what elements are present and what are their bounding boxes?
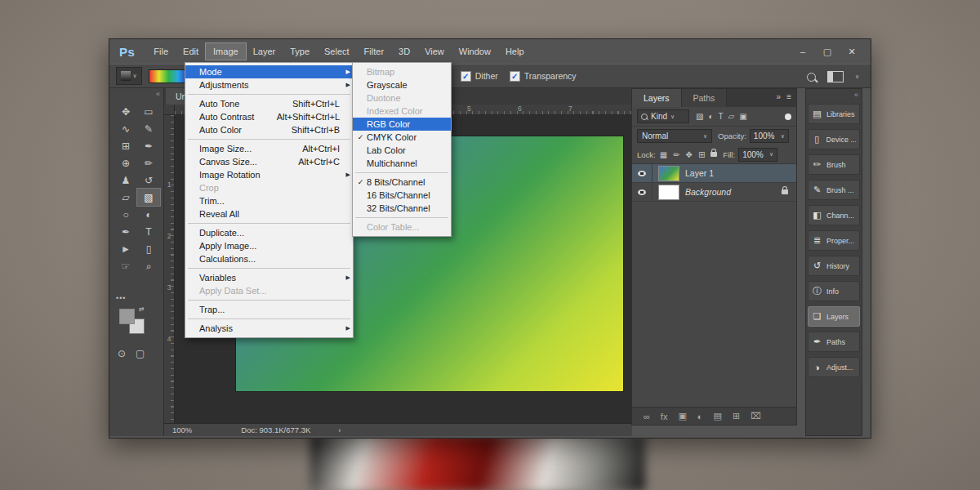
caret-down-icon[interactable]: ∨ <box>855 74 859 80</box>
menu-item[interactable]: CMYK Color <box>353 131 451 144</box>
marquee-tool[interactable]: ▭ <box>137 103 160 120</box>
menu-item[interactable]: Apply Image... <box>185 239 353 252</box>
filter-type-icon[interactable]: T <box>719 112 724 121</box>
workspace-panel-icon[interactable] <box>827 71 844 82</box>
gradient-tool[interactable]: ▧ <box>137 189 160 206</box>
menu-item[interactable]: Grayscale <box>353 78 451 91</box>
menubar-item[interactable]: Layer <box>246 43 283 60</box>
panel-tab[interactable]: Paths <box>682 89 728 107</box>
dock-paths-button[interactable]: ✒ Paths <box>808 332 860 352</box>
dock-layers-button[interactable]: ❏ Layers <box>808 306 860 327</box>
blur-tool[interactable]: ○ <box>114 206 137 223</box>
zoom-tool[interactable]: ⌕ <box>137 257 160 274</box>
menu-item[interactable]: Adjustments <box>185 78 353 91</box>
collapse-panel-icon[interactable]: « <box>156 90 160 98</box>
delete-layer-icon[interactable]: ⌧ <box>751 411 761 421</box>
pen-tool[interactable]: ✒ <box>114 223 137 240</box>
filter-pixel-icon[interactable]: ▨ <box>696 112 703 121</box>
minimize-button[interactable]: – <box>792 43 813 60</box>
eyedropper-tool[interactable]: ✒ <box>137 137 160 154</box>
visibility-toggle[interactable] <box>632 164 653 182</box>
menu-item[interactable]: 8 Bits/Channel <box>353 176 451 189</box>
menu-item[interactable]: Auto Color Shift+Ctrl+B <box>185 123 353 136</box>
menubar-item[interactable]: 3D <box>391 43 417 60</box>
menu-item[interactable] <box>188 94 350 95</box>
hand-tool[interactable]: ☞ <box>114 257 137 274</box>
menubar-item[interactable]: Window <box>452 43 498 60</box>
dodge-tool[interactable]: ◐ <box>137 206 160 223</box>
filter-kind-dropdown[interactable]: Kind ∨ <box>637 109 689 123</box>
layer-name[interactable]: Background <box>685 187 731 197</box>
menu-item[interactable]: Image Rotation <box>185 168 353 181</box>
lock-transparency-icon[interactable]: ▦ <box>660 150 667 159</box>
dock-brush-settings-button[interactable]: ✎ Brush ... <box>808 180 860 200</box>
dock-brush-button[interactable]: ✏ Brush <box>808 154 860 175</box>
quick-mask-icon[interactable]: ⊙ <box>118 348 126 359</box>
tool-preset-picker[interactable]: ∨ <box>116 67 142 85</box>
menu-item[interactable]: Crop <box>185 181 353 194</box>
path-selection-tool[interactable]: ► <box>114 240 137 257</box>
menu-item[interactable] <box>188 268 350 269</box>
filter-smart-icon[interactable]: ▣ <box>739 112 746 121</box>
menu-item[interactable]: Color Table... <box>353 220 451 234</box>
close-button[interactable]: ✕ <box>841 43 862 60</box>
menu-item[interactable]: Lab Color <box>353 144 451 157</box>
blend-mode-dropdown[interactable]: Normal ∨ <box>637 129 712 143</box>
move-tool[interactable]: ✥ <box>114 103 137 120</box>
menubar-item[interactable]: Filter <box>357 43 391 60</box>
menu-item[interactable] <box>188 300 350 301</box>
menu-item[interactable] <box>188 139 350 140</box>
layer-opacity-dropdown[interactable]: 100% ∨ <box>750 129 789 143</box>
menubar-item[interactable]: Edit <box>176 43 206 60</box>
menu-item[interactable] <box>188 223 350 224</box>
collapse-dock-icon[interactable]: « <box>854 91 858 99</box>
layer-row-layer-1[interactable]: Layer 1 <box>632 164 796 183</box>
clone-stamp-tool[interactable]: ♟ <box>114 172 137 189</box>
quick-selection-tool[interactable]: ✎ <box>137 120 160 137</box>
new-layer-icon[interactable]: ⊞ <box>733 411 740 421</box>
panel-menu-icon[interactable]: ≡ <box>786 92 791 101</box>
dock-info-button[interactable]: ⓘ Info <box>808 281 860 301</box>
history-brush-tool[interactable]: ↺ <box>137 172 160 189</box>
menu-item[interactable]: 32 Bits/Channel <box>353 202 451 215</box>
menubar-item[interactable]: Select <box>317 43 357 60</box>
lock-paint-icon[interactable]: ✏ <box>673 150 679 159</box>
menu-item[interactable]: Duplicate... <box>185 226 353 239</box>
menu-item[interactable]: Duotone <box>353 91 451 105</box>
menu-item[interactable]: Analysis <box>185 322 353 335</box>
lock-all-icon[interactable] <box>710 152 717 157</box>
layer-thumbnail[interactable] <box>658 166 679 181</box>
status-chevron-icon[interactable]: › <box>338 426 341 434</box>
menu-item[interactable] <box>355 217 448 218</box>
menu-item[interactable]: Auto Contrast Alt+Shift+Ctrl+L <box>185 110 353 123</box>
menu-item[interactable]: Canvas Size... Alt+Ctrl+C <box>185 155 353 168</box>
brush-tool[interactable]: ✏ <box>137 154 160 172</box>
edit-toolbar-icon[interactable]: ••• <box>116 294 126 302</box>
menu-item[interactable]: Multichannel <box>353 157 451 170</box>
menu-item[interactable]: Reveal All <box>185 207 353 220</box>
menu-item[interactable]: RGB Color <box>353 118 451 131</box>
layer-name[interactable]: Layer 1 <box>685 168 714 178</box>
menubar-item[interactable]: Type <box>283 43 317 60</box>
lock-artboard-icon[interactable]: ⊞ <box>698 150 705 159</box>
expand-panel-icon[interactable]: » <box>777 92 782 101</box>
crop-tool[interactable]: ⊞ <box>114 137 137 154</box>
dock-libraries-button[interactable]: ▤ Libraries <box>808 104 860 124</box>
menu-item[interactable]: Indexed Color <box>353 105 451 118</box>
menubar-item[interactable]: File <box>146 43 176 60</box>
layer-thumbnail[interactable] <box>658 185 679 200</box>
filter-toggle-icon[interactable] <box>785 114 791 120</box>
shape-tool[interactable]: ▯ <box>137 240 160 257</box>
menu-item[interactable]: Bitmap <box>353 65 451 78</box>
menu-item[interactable]: Auto Tone Shift+Ctrl+L <box>185 97 353 110</box>
link-layers-icon[interactable]: ∞ <box>644 412 650 421</box>
zoom-level[interactable]: 100% <box>172 425 192 434</box>
maximize-button[interactable]: ▢ <box>817 43 838 60</box>
healing-brush-tool[interactable]: ⊕ <box>114 154 137 172</box>
menubar-item[interactable]: View <box>417 43 452 60</box>
option-checkbox[interactable]: Transparency <box>510 71 577 82</box>
checkbox-box[interactable] <box>461 71 471 82</box>
menu-item[interactable]: Trap... <box>185 303 353 316</box>
menubar-item[interactable]: Image <box>206 43 246 60</box>
filter-shape-icon[interactable]: ▱ <box>728 112 735 121</box>
